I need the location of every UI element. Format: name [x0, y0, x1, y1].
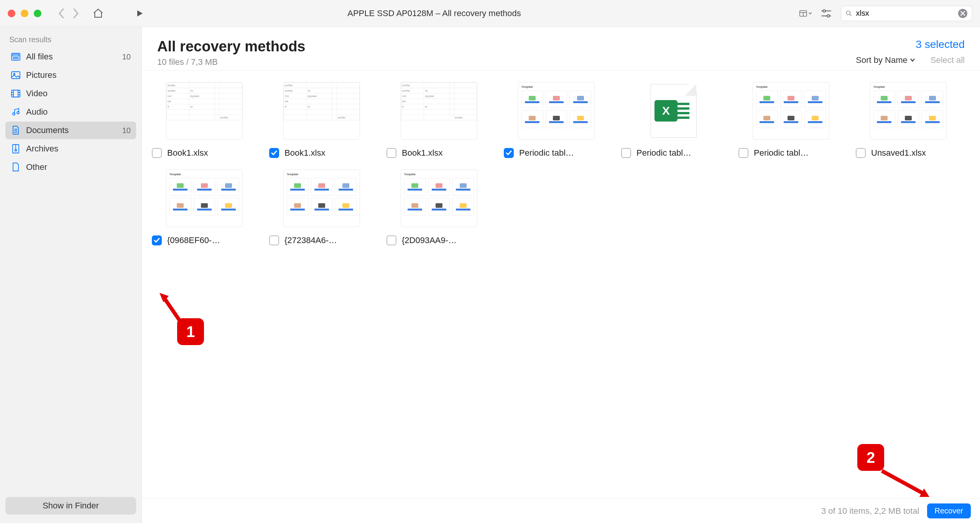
file-tile[interactable]: X Periodic tabl… [615, 78, 732, 166]
file-name: {272384A6-… [284, 235, 374, 245]
file-thumbnail[interactable]: Template [401, 169, 477, 227]
view-mode-dropdown[interactable] [799, 7, 812, 20]
minimize-window-button[interactable] [21, 10, 28, 17]
svg-rect-15 [12, 72, 20, 79]
close-window-button[interactable] [8, 10, 15, 17]
sidebar-item-label: Pictures [26, 70, 56, 80]
play-button[interactable] [133, 7, 146, 20]
file-tile[interactable]: Template {2D093AA9-… [380, 166, 498, 253]
other-icon [11, 162, 21, 172]
footer-summary: 3 of 10 items, 2,2 MB total [821, 506, 919, 516]
video-icon [11, 89, 21, 99]
callout-2-arrow [878, 467, 936, 502]
content-header: All recovery methods 10 files / 7,3 MB 3… [142, 27, 980, 71]
file-name: Unsaved1.xlsx [871, 148, 961, 158]
file-tile[interactable]: Template Periodic tabl… [498, 78, 615, 166]
file-thumbnail[interactable]: asdfas asdfasds sdzayyaaw kfk fffd asdfa… [166, 82, 243, 140]
file-checkbox[interactable] [856, 148, 866, 158]
selected-count: 3 selected [856, 38, 965, 51]
page-subtitle: 10 files / 7,3 MB [157, 57, 305, 67]
callout-1: 1 [177, 318, 204, 345]
file-thumbnail[interactable]: Template [518, 82, 595, 140]
sidebar-item-label: All files [26, 52, 53, 62]
file-checkbox[interactable] [504, 148, 514, 158]
file-tile[interactable]: Template {0968EF60-… [146, 166, 263, 253]
svg-rect-17 [12, 90, 20, 97]
file-tile[interactable]: asdfas asdfasds sdzayyaaw kfk fffd asdfa… [263, 78, 380, 166]
file-checkbox[interactable] [269, 148, 279, 158]
sort-button[interactable]: Sort by Name [856, 55, 915, 65]
sidebar-item-pictures[interactable]: Pictures [5, 66, 136, 84]
sidebar-item-all-files[interactable]: All files 10 [5, 48, 136, 66]
file-tile[interactable]: Template Unsaved1.xlsx [850, 78, 967, 166]
chevron-down-icon [910, 58, 915, 62]
svg-point-16 [13, 73, 15, 75]
content-area: All recovery methods 10 files / 7,3 MB 3… [142, 27, 980, 523]
file-checkbox[interactable] [738, 148, 748, 158]
file-thumbnail[interactable]: Template [166, 169, 243, 227]
file-thumbnail[interactable]: X [635, 82, 712, 140]
file-name: {2D093AA9-… [402, 235, 492, 245]
file-thumbnail[interactable]: Template [870, 82, 947, 140]
content-footer: 3 of 10 items, 2,2 MB total Recover [142, 498, 980, 523]
file-grid: asdfas asdfasds sdzayyaaw kfk fffd asdfa… [142, 71, 980, 498]
sidebar-item-label: Other [26, 162, 47, 172]
file-name: Periodic tabl… [754, 148, 844, 158]
svg-rect-31 [15, 150, 16, 151]
file-checkbox[interactable] [152, 235, 162, 245]
sidebar-item-count: 10 [122, 53, 131, 61]
file-name: Periodic tabl… [636, 148, 726, 158]
select-all-button[interactable]: Select all [931, 55, 965, 65]
file-name: {0968EF60-… [167, 235, 257, 245]
file-tile[interactable]: asdfas asdfasds sdzayyaaw kfk fffd asdfa… [380, 78, 498, 166]
file-thumbnail[interactable]: asdfas asdfasds sdzayyaaw kfk fffd asdfa… [401, 82, 477, 140]
traffic-lights [8, 10, 41, 17]
nav-arrows [55, 7, 82, 20]
show-in-finder-button[interactable]: Show in Finder [5, 497, 136, 515]
sidebar-item-label: Documents [26, 125, 69, 135]
search-input[interactable] [856, 9, 954, 18]
svg-rect-12 [13, 54, 19, 56]
all-files-icon [11, 52, 21, 62]
search-box[interactable] [841, 6, 972, 21]
file-thumbnail[interactable]: Template [283, 169, 360, 227]
sidebar-item-label: Archives [26, 144, 58, 154]
file-thumbnail[interactable]: asdfas asdfasds sdzayyaaw kfk fffd asdfa… [283, 82, 360, 140]
file-name: Book1.xlsx [402, 148, 492, 158]
file-thumbnail[interactable]: Template [753, 82, 829, 140]
filter-settings-button[interactable] [820, 7, 832, 20]
file-checkbox[interactable] [621, 148, 631, 158]
title-bar: APPLE SSD AP0128M – All recovery methods [0, 0, 980, 27]
pictures-icon [11, 70, 21, 80]
clear-search-button[interactable] [958, 9, 967, 18]
sidebar-item-documents[interactable]: Documents 10 [5, 122, 136, 139]
file-checkbox[interactable] [152, 148, 162, 158]
svg-point-4 [823, 10, 825, 12]
documents-icon [11, 125, 21, 135]
sidebar-item-other[interactable]: Other [5, 158, 136, 176]
home-button[interactable] [92, 7, 104, 20]
sidebar-item-label: Video [26, 89, 48, 99]
sidebar-item-audio[interactable]: Audio [5, 103, 136, 121]
file-name: Book1.xlsx [284, 148, 374, 158]
file-name: Periodic tabl… [519, 148, 609, 158]
sidebar-item-label: Audio [26, 107, 48, 117]
sidebar-header: Scan results [5, 35, 136, 48]
file-tile[interactable]: asdfas asdfasds sdzayyaaw kfk fffd asdfa… [146, 78, 263, 166]
recover-button[interactable]: Recover [927, 503, 971, 518]
sidebar-item-count: 10 [122, 126, 131, 135]
maximize-window-button[interactable] [34, 10, 41, 17]
file-name: Book1.xlsx [167, 148, 257, 158]
sidebar-item-archives[interactable]: Archives [5, 140, 136, 158]
file-checkbox[interactable] [386, 148, 396, 158]
file-checkbox[interactable] [386, 235, 396, 245]
search-icon [846, 10, 852, 17]
callout-2: 2 [857, 444, 884, 471]
forward-button[interactable] [70, 7, 82, 20]
sidebar-item-video[interactable]: Video [5, 85, 136, 102]
file-checkbox[interactable] [269, 235, 279, 245]
file-tile[interactable]: Template Periodic tabl… [732, 78, 850, 166]
back-button[interactable] [55, 7, 67, 20]
file-tile[interactable]: Template {272384A6-… [263, 166, 380, 253]
page-title: All recovery methods [157, 38, 305, 55]
